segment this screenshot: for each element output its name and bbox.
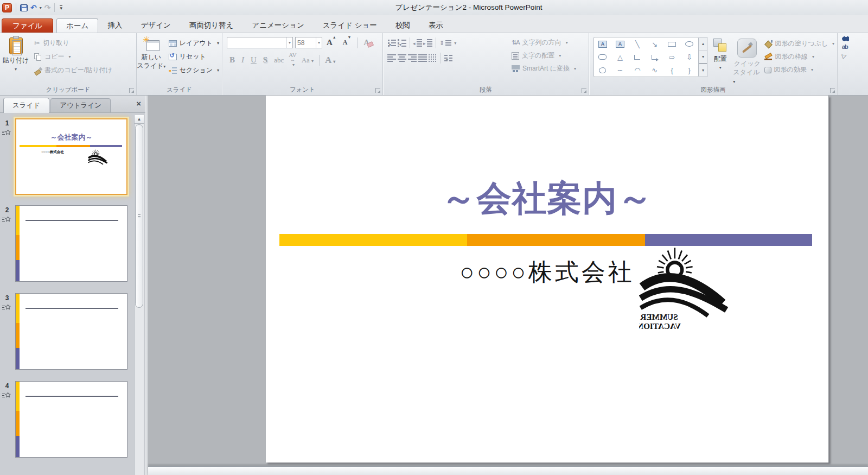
align-text-button[interactable]: 文字の配置 — [509, 50, 579, 61]
company-name-text[interactable]: ○○○○株式会社 — [266, 256, 828, 288]
powerpoint-app-icon[interactable]: P — [2, 3, 12, 12]
tab-design[interactable]: デザイン — [131, 18, 180, 33]
sun-wave-logo[interactable]: SUMMER VACATION — [639, 245, 738, 333]
grow-font-button[interactable]: A▲ — [324, 38, 339, 47]
slide-2-preview[interactable] — [15, 205, 127, 282]
undo-button[interactable]: ↶ — [30, 4, 37, 11]
convert-smartart-button[interactable]: SmartArt に変換 — [509, 63, 579, 74]
format-painter-button[interactable]: 書式のコピー/貼り付け — [31, 65, 115, 76]
shape-left-brace-icon[interactable]: { — [663, 64, 681, 77]
cut-button[interactable]: ✂ 切り取り — [31, 37, 115, 49]
accent-bar[interactable] — [279, 234, 812, 246]
tab-slideshow[interactable]: スライド ショー — [314, 18, 386, 33]
shape-rounded-rectangle-icon[interactable] — [594, 50, 611, 64]
tab-animations[interactable]: アニメーション — [242, 18, 313, 33]
shape-fill-button[interactable]: 図形の塗りつぶし — [762, 38, 837, 49]
select-button[interactable]: ▷ — [838, 50, 868, 59]
align-left-button[interactable] — [387, 54, 396, 62]
slide-thumbnail-4[interactable]: 4 — [0, 381, 132, 458]
customize-qat-button[interactable]: ▾ — [60, 5, 62, 10]
tab-file[interactable]: ファイル — [2, 18, 53, 33]
underline-button[interactable]: U — [248, 55, 259, 65]
layout-button[interactable]: レイアウト — [166, 37, 222, 49]
font-color-button[interactable]: A — [322, 55, 338, 66]
copy-button[interactable]: コピー — [31, 51, 115, 62]
undo-dropdown-icon[interactable]: ▾ — [40, 5, 42, 10]
replace-button[interactable]: ab — [838, 41, 868, 50]
justify-button[interactable] — [418, 54, 427, 62]
align-center-button[interactable] — [398, 54, 406, 62]
font-dialog-launcher[interactable] — [375, 88, 380, 93]
shape-rectangle-icon[interactable] — [663, 37, 681, 50]
shape-textbox-icon[interactable]: A — [594, 37, 611, 50]
change-case-button[interactable]: Aa — [299, 56, 316, 65]
section-button[interactable]: セクション — [166, 65, 222, 76]
slide-4-preview[interactable] — [15, 381, 127, 458]
paste-dropdown-icon[interactable]: ▾ — [15, 67, 17, 72]
shape-oval-icon[interactable] — [681, 37, 698, 50]
clipboard-dialog-launcher[interactable] — [129, 88, 134, 93]
panel-tab-slides[interactable]: スライド — [3, 98, 49, 113]
gallery-up-button[interactable]: ▴ — [699, 37, 707, 50]
tab-review[interactable]: 校閲 — [386, 18, 419, 33]
clear-formatting-button[interactable]: A — [361, 39, 371, 47]
tab-transitions[interactable]: 画面切り替え — [180, 18, 243, 33]
slide-1-preview[interactable]: ～会社案内～ ○○○○株式会社 — [15, 118, 127, 195]
columns-button[interactable] — [444, 54, 453, 62]
font-size-combobox[interactable]: 58▾ — [295, 37, 322, 48]
align-right-button[interactable] — [408, 54, 417, 62]
shape-arc-icon[interactable]: ◠ — [629, 64, 646, 77]
shape-effects-button[interactable]: 図形の効果 — [762, 64, 837, 75]
shape-triangle-icon[interactable]: △ — [611, 50, 629, 64]
gallery-more-button[interactable]: ▾ — [699, 64, 707, 77]
scrollbar-thumb[interactable] — [135, 124, 143, 308]
shape-curve-icon[interactable]: ∿ — [646, 64, 663, 77]
panel-close-button[interactable]: × — [136, 100, 141, 107]
shape-outline-button[interactable]: 図形の枠線 — [762, 51, 837, 62]
tab-view[interactable]: 表示 — [419, 18, 452, 33]
distribute-button[interactable] — [429, 54, 437, 62]
character-spacing-button[interactable]: AV↔ — [288, 53, 297, 67]
shape-scribble-icon[interactable]: ∽ — [611, 64, 629, 77]
line-spacing-button[interactable]: ⇕ — [439, 39, 456, 47]
text-direction-button[interactable]: ⇅A 文字列の方向 — [509, 37, 579, 48]
strikethrough-button[interactable]: abc — [271, 56, 286, 65]
shape-arrow-icon[interactable]: ↘ — [646, 37, 663, 50]
bullets-button[interactable] — [387, 39, 396, 47]
find-button[interactable] — [838, 33, 868, 41]
font-name-combobox[interactable]: ▾ — [227, 37, 293, 48]
slide-thumbnail-1[interactable]: 1 ～会社案内～ ○○○○株式会社 — [0, 118, 132, 200]
italic-button[interactable]: I — [239, 55, 247, 65]
shape-vertical-textbox-icon[interactable]: A — [611, 37, 629, 50]
redo-button[interactable]: ↷ — [44, 4, 51, 11]
shape-line-icon[interactable]: ╲ — [629, 37, 646, 50]
shape-gallery[interactable]: A A ╲ ↘ △ ⇨ ⇩ ∽ ◠ ∿ { } — [593, 37, 699, 77]
shape-right-brace-icon[interactable]: } — [681, 64, 698, 77]
shrink-font-button[interactable]: A▼ — [341, 39, 354, 47]
drawing-dialog-launcher[interactable] — [830, 88, 835, 93]
tab-insert[interactable]: 挿入 — [98, 18, 131, 33]
decrease-indent-button[interactable] — [413, 39, 422, 47]
scrollbar-up-button[interactable]: ▲ — [135, 115, 144, 124]
increase-indent-button[interactable] — [424, 39, 432, 47]
text-shadow-button[interactable]: S — [260, 55, 270, 65]
notes-pane-splitter[interactable] — [148, 466, 868, 475]
slide-3-preview[interactable] — [15, 293, 127, 370]
save-button[interactable] — [20, 4, 28, 11]
gallery-down-button[interactable]: ▾ — [699, 50, 707, 64]
panel-scrollbar[interactable]: ▲ — [134, 115, 144, 475]
shape-right-arrow-icon[interactable]: ⇨ — [663, 50, 681, 64]
slide-thumbnail-2[interactable]: 2 — [0, 205, 132, 282]
numbering-button[interactable] — [398, 39, 406, 47]
shape-elbow-arrow-icon[interactable] — [646, 50, 663, 64]
shape-down-arrow-icon[interactable]: ⇩ — [681, 50, 698, 64]
panel-tab-outline[interactable]: アウトライン — [50, 98, 111, 112]
slide-title-text[interactable]: ～会社案内～ — [266, 175, 828, 222]
slide-thumbnail-3[interactable]: 3 — [0, 293, 132, 370]
paragraph-dialog-launcher[interactable] — [582, 88, 586, 93]
shape-elbow-connector-icon[interactable] — [629, 50, 646, 64]
tab-home[interactable]: ホーム — [56, 18, 98, 33]
shape-freeform-icon[interactable] — [594, 64, 611, 77]
bold-button[interactable]: B — [227, 55, 238, 65]
slide-canvas[interactable]: ～会社案内～ ○○○○株式会社 — [266, 96, 829, 463]
